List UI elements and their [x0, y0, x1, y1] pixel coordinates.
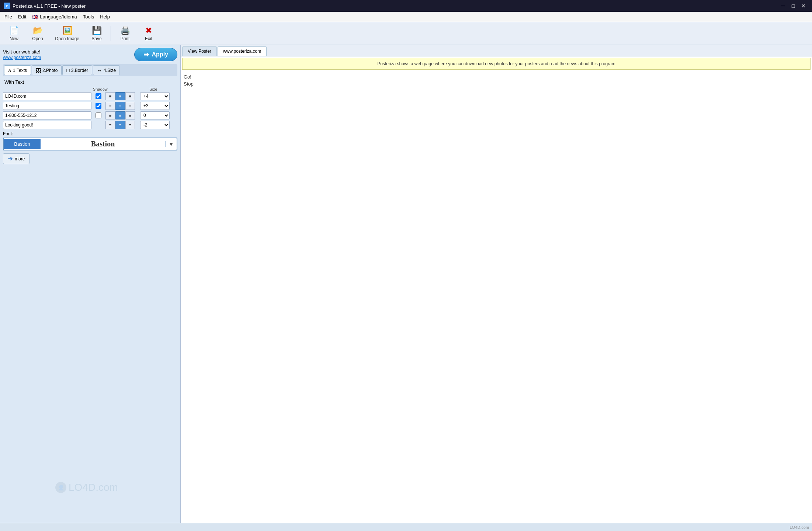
open-icon: 📂: [33, 26, 43, 35]
more-arrow-icon: ➜: [8, 155, 13, 162]
text-input-1[interactable]: [3, 92, 91, 100]
main-container: Visit our web site! www.posteriza.com ➡ …: [0, 45, 812, 523]
tab-website[interactable]: www.posteriza.com: [218, 46, 267, 56]
watermark-text: LO4D.com: [69, 482, 118, 493]
menu-language[interactable]: 🇬🇧 Language/Idioma: [29, 13, 80, 21]
text-row-4: ≡ ≡ ≡ +4+3+2+10-1-2-3: [3, 121, 177, 129]
align-right-btn-2[interactable]: ≡: [125, 102, 135, 110]
align-right-btn-3[interactable]: ≡: [125, 111, 135, 119]
size-select-2[interactable]: +4+3+2+10-1-2-3: [140, 102, 170, 110]
menu-tools[interactable]: Tools: [80, 13, 97, 21]
align-group-3: ≡ ≡ ≡: [105, 111, 139, 119]
visit-section: Visit our web site! www.posteriza.com ➡ …: [3, 48, 177, 61]
exit-button[interactable]: ✖ Exit: [138, 24, 160, 43]
print-icon: 🖨️: [120, 26, 130, 35]
toolbar: 📄 New 📂 Open 🖼️ Open Image 💾 Save 🖨️ Pri…: [0, 22, 812, 45]
toolbar-separator: [111, 26, 111, 41]
text-input-2[interactable]: [3, 102, 91, 110]
tab-size[interactable]: ↔ 4.Size: [93, 65, 120, 75]
align-left-btn-4[interactable]: ≡: [105, 121, 115, 129]
shadow-checkbox-1[interactable]: [96, 93, 101, 99]
right-panel: View Poster www.posteriza.com Posteriza …: [181, 45, 812, 523]
more-button[interactable]: ➜ more: [3, 153, 30, 164]
tab-border[interactable]: □ 3.Border: [62, 65, 92, 75]
align-group-1: ≡ ≡ ≡: [105, 92, 139, 100]
size-select-3[interactable]: +4+3+2+10-1-2-3: [140, 111, 170, 119]
align-group-2: ≡ ≡ ≡: [105, 102, 139, 110]
flag-icon: 🇬🇧: [32, 14, 38, 20]
font-name-right: Bastion: [41, 138, 165, 150]
go-button[interactable]: Go!: [184, 74, 809, 80]
titlebar-left: P Posteriza v1.1 FREE - New poster: [4, 3, 86, 9]
minimize-button[interactable]: ─: [778, 2, 788, 10]
visit-text: Visit our web site!: [3, 49, 41, 55]
new-icon: 📄: [9, 26, 19, 35]
shadow-checkbox-3[interactable]: [96, 112, 101, 118]
titlebar-controls: ─ □ ✕: [778, 2, 808, 10]
menu-edit[interactable]: Edit: [15, 13, 29, 21]
size-select-1[interactable]: +4+3+2+10-1-2-3: [140, 92, 170, 100]
align-group-4: ≡ ≡ ≡: [105, 121, 139, 129]
text-input-4[interactable]: [3, 121, 91, 129]
save-button[interactable]: 💾 Save: [86, 24, 108, 43]
save-icon: 💾: [92, 26, 102, 35]
left-panel-watermark: 👤 LO4D.com: [55, 482, 118, 493]
menubar: File Edit 🇬🇧 Language/Idioma Tools Help: [0, 12, 812, 22]
new-button[interactable]: 📄 New: [3, 24, 25, 43]
menu-file[interactable]: File: [1, 13, 15, 21]
statusbar: LO4D.com: [0, 523, 812, 531]
col-size-header: Size: [139, 87, 168, 91]
col-shadow-header: Shadow: [93, 87, 104, 91]
align-left-btn-2[interactable]: ≡: [105, 102, 115, 110]
align-center-btn-1[interactable]: ≡: [115, 92, 125, 100]
statusbar-watermark: LO4D.com: [790, 525, 809, 530]
text-input-3[interactable]: [3, 111, 91, 119]
align-left-btn-3[interactable]: ≡: [105, 111, 115, 119]
align-center-btn-2[interactable]: ≡: [115, 102, 125, 110]
app-icon: P: [4, 3, 10, 9]
align-left-btn-1[interactable]: ≡: [105, 92, 115, 100]
watermark-circle: 👤: [55, 482, 66, 493]
photo-icon: 🖼: [36, 67, 41, 73]
font-section: Font: Bastion Bastion ▼: [3, 131, 177, 150]
align-center-btn-4[interactable]: ≡: [115, 121, 125, 129]
right-tabs: View Poster www.posteriza.com: [181, 45, 812, 56]
texts-panel: With Text Shadow Size ≡ ≡ ≡ +4+3+2+10-1-…: [3, 79, 177, 164]
col-text-header: [4, 87, 92, 91]
left-panel: Visit our web site! www.posteriza.com ➡ …: [0, 45, 181, 523]
maximize-button[interactable]: □: [788, 2, 798, 10]
font-dropdown[interactable]: Bastion Bastion ▼: [3, 138, 177, 150]
font-label: Font:: [3, 131, 177, 136]
titlebar: P Posteriza v1.1 FREE - New poster ─ □ ✕: [0, 0, 812, 12]
titlebar-title: Posteriza v1.1 FREE - New poster: [13, 3, 86, 9]
stop-button[interactable]: Stop: [184, 81, 809, 87]
menu-help[interactable]: Help: [97, 13, 113, 21]
tab-photo[interactable]: 🖼 2.Photo: [32, 65, 62, 75]
visit-link[interactable]: www.posteriza.com: [3, 55, 41, 60]
text-row-1: ≡ ≡ ≡ +4+3+2+10-1-2-3: [3, 92, 177, 100]
apply-button[interactable]: ➡ Apply: [134, 48, 177, 61]
tab-view-poster[interactable]: View Poster: [182, 46, 217, 56]
text-row-2: ≡ ≡ ≡ +4+3+2+10-1-2-3: [3, 102, 177, 110]
text-row-3: ≡ ≡ ≡ +4+3+2+10-1-2-3: [3, 111, 177, 119]
open-image-button[interactable]: 🖼️ Open Image: [50, 24, 84, 43]
tab-texts[interactable]: 𝐴 1.Texts: [4, 65, 31, 75]
apply-arrow-icon: ➡: [143, 51, 149, 59]
browser-area: Go! Stop: [181, 71, 812, 523]
align-center-btn-3[interactable]: ≡: [115, 111, 125, 119]
border-icon: □: [66, 67, 69, 73]
info-banner: Posteriza shows a web page where you can…: [182, 58, 811, 70]
statusbar-watermark-text: LO4D.com: [790, 525, 809, 530]
with-text-label: With Text: [3, 79, 177, 85]
close-button[interactable]: ✕: [799, 2, 808, 10]
size-select-4[interactable]: +4+3+2+10-1-2-3: [140, 121, 170, 129]
print-button[interactable]: 🖨️ Print: [114, 24, 136, 43]
open-button[interactable]: 📂 Open: [27, 24, 49, 43]
open-image-icon: 🖼️: [62, 26, 72, 35]
align-right-btn-1[interactable]: ≡: [125, 92, 135, 100]
col-align-header: [105, 87, 138, 91]
font-dropdown-arrow-icon: ▼: [165, 141, 177, 147]
shadow-checkbox-2[interactable]: [96, 103, 101, 109]
align-right-btn-4[interactable]: ≡: [125, 121, 135, 129]
tabs-row: 𝐴 1.Texts 🖼 2.Photo □ 3.Border ↔ 4.Size: [3, 64, 177, 76]
